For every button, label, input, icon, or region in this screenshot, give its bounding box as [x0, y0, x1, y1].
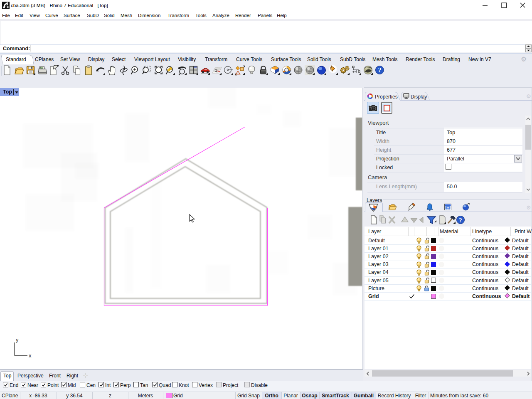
svg-text:?: ? [447, 206, 449, 210]
svg-text:y: y [16, 337, 19, 343]
svg-text:x: x [29, 352, 32, 359]
svg-text:?: ? [378, 66, 382, 74]
svg-text:?: ? [459, 217, 462, 224]
